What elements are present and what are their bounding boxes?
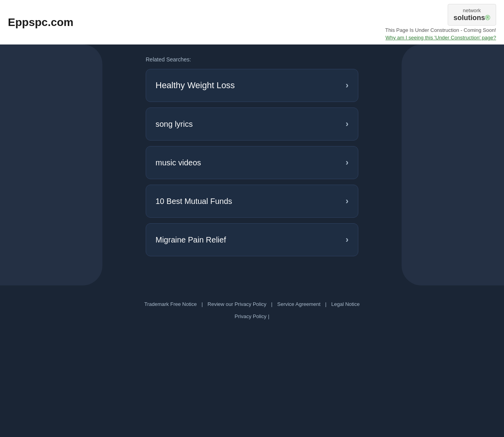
ns-solutions-word: solutions bbox=[454, 14, 485, 22]
search-item[interactable]: song lyrics› bbox=[146, 107, 358, 141]
ns-solutions-text: solutions® bbox=[454, 14, 490, 22]
chevron-right-icon: › bbox=[346, 235, 348, 245]
search-item[interactable]: Healthy Weight Loss› bbox=[146, 69, 358, 102]
left-decoration bbox=[0, 44, 102, 285]
footer-link[interactable]: Trademark Free Notice bbox=[139, 301, 201, 307]
site-title[interactable]: Eppspc.com bbox=[8, 16, 73, 29]
search-item[interactable]: Migraine Pain Relief› bbox=[146, 223, 358, 256]
ns-network-text: network bbox=[463, 7, 481, 14]
footer: Trademark Free Notice|Review our Privacy… bbox=[0, 285, 504, 327]
ns-dot: ® bbox=[485, 14, 490, 22]
under-construction-text: This Page Is Under Construction - Coming… bbox=[385, 27, 496, 33]
search-item-text: Healthy Weight Loss bbox=[156, 80, 235, 91]
footer-privacy: Privacy Policy | bbox=[8, 313, 496, 319]
search-item[interactable]: music videos› bbox=[146, 146, 358, 179]
footer-links: Trademark Free Notice|Review our Privacy… bbox=[8, 301, 496, 307]
chevron-right-icon: › bbox=[346, 119, 348, 129]
search-item[interactable]: 10 Best Mutual Funds› bbox=[146, 185, 358, 218]
footer-privacy-sep: | bbox=[268, 313, 269, 319]
chevron-right-icon: › bbox=[346, 196, 348, 206]
main-content: Related Searches: Healthy Weight Loss›so… bbox=[0, 44, 504, 285]
privacy-policy-link[interactable]: Privacy Policy bbox=[235, 313, 267, 319]
right-decoration bbox=[402, 44, 504, 285]
search-item-text: song lyrics bbox=[156, 120, 193, 129]
search-item-text: music videos bbox=[156, 158, 201, 167]
header: Eppspc.com network solutions® This Page … bbox=[0, 0, 504, 44]
related-searches-container: Related Searches: Healthy Weight Loss›so… bbox=[138, 56, 366, 262]
search-item-text: Migraine Pain Relief bbox=[156, 235, 226, 244]
related-searches-label: Related Searches: bbox=[146, 56, 358, 63]
why-under-construction-link[interactable]: Why am I seeing this 'Under Construction… bbox=[385, 35, 496, 41]
footer-link[interactable]: Review our Privacy Policy bbox=[203, 301, 271, 307]
network-solutions-logo: network solutions® bbox=[448, 4, 496, 26]
chevron-right-icon: › bbox=[346, 80, 348, 91]
footer-link[interactable]: Legal Notice bbox=[326, 301, 364, 307]
footer-link[interactable]: Service Agreement bbox=[272, 301, 325, 307]
chevron-right-icon: › bbox=[346, 157, 348, 168]
search-item-text: 10 Best Mutual Funds bbox=[156, 197, 232, 206]
search-items-list: Healthy Weight Loss›song lyrics›music vi… bbox=[146, 69, 358, 262]
header-right: network solutions® This Page Is Under Co… bbox=[385, 4, 496, 41]
